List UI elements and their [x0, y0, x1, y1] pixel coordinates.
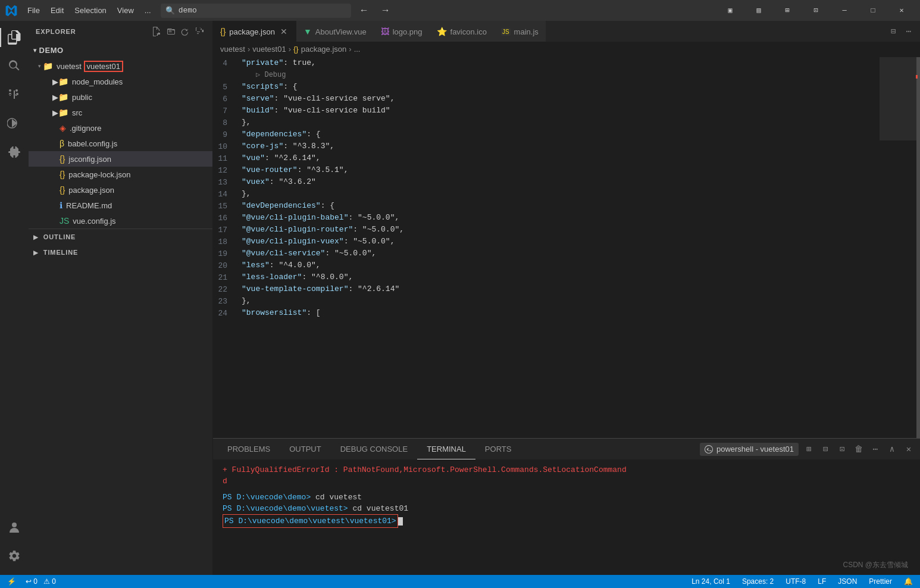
line-number-14: 14 — [213, 188, 232, 200]
breadcrumb-vuetest01[interactable]: vuetest01 — [252, 45, 286, 54]
tree-item-readme[interactable]: ℹ README.md — [29, 198, 212, 213]
collapse-all-button[interactable] — [193, 26, 205, 37]
activity-extensions-icon[interactable] — [0, 137, 29, 166]
breadcrumb-more[interactable]: ... — [354, 45, 361, 54]
more-terminal-actions-icon[interactable]: ⋯ — [869, 443, 882, 456]
tree-item-vue-config[interactable]: JS vue.config.js — [29, 213, 212, 229]
tree-item-public[interactable]: ▶ 📁 public — [29, 89, 212, 105]
terminal-layout-button[interactable]: ⊟ — [819, 443, 832, 456]
code-line-8: }, — [242, 117, 880, 129]
tab-package-json-close-icon[interactable]: ✕ — [278, 26, 289, 37]
panel-tab-ports[interactable]: PORTS — [475, 439, 521, 459]
code-line-15: "devDependencies": { — [242, 200, 880, 212]
panel-tab-terminal[interactable]: TERMINAL — [417, 439, 475, 459]
menu-selection[interactable]: Selection — [70, 4, 111, 17]
tree-item-babel-config[interactable]: β babel.config.js — [29, 136, 212, 151]
code-line-22: "vue-template-compiler": "^2.6.14" — [242, 283, 880, 295]
menu-view[interactable]: View — [112, 4, 139, 17]
bottom-sections: ▶ OUTLINE ▶ TIMELINE — [29, 229, 212, 260]
folder-icon: 📁 — [58, 77, 68, 86]
panel-tab-output[interactable]: OUTPUT — [280, 439, 330, 459]
breadcrumb-filename[interactable]: package.json — [301, 45, 347, 54]
tree-item-gitignore[interactable]: ◈ .gitignore — [29, 120, 212, 136]
tab-logo-png[interactable]: 🖼 logo.png — [374, 21, 430, 42]
terminal-content[interactable]: + FullyQualifiedErrorId : PathNotFound,M… — [213, 459, 920, 575]
breadcrumb-vuetest[interactable]: vuetest — [220, 45, 245, 54]
tree-item-gitignore-label: .gitignore — [70, 124, 101, 133]
menu-more[interactable]: ... — [140, 4, 156, 17]
activity-source-control-icon[interactable] — [0, 80, 29, 109]
watermark: CSDN @东去雪倾城 — [843, 560, 908, 570]
tab-favicon-ico[interactable]: ⭐ favicon.ico — [430, 21, 494, 42]
split-terminal-button[interactable]: ⊞ — [802, 443, 815, 456]
timeline-header[interactable]: ▶ TIMELINE — [29, 245, 212, 260]
split-editor-icon[interactable]: ⊟ — [887, 25, 900, 38]
terminal-cursor — [398, 517, 403, 526]
tree-item-package-lock[interactable]: {} package-lock.json — [29, 167, 212, 182]
menu-file[interactable]: File — [23, 4, 45, 17]
outline-header[interactable]: ▶ OUTLINE — [29, 229, 212, 245]
minimize-button[interactable]: ─ — [831, 0, 858, 21]
tab-package-json[interactable]: {} package.json ✕ — [213, 21, 296, 42]
editor-content[interactable]: 456789101112131415161718192021222324 "pr… — [213, 57, 920, 438]
tab-about-view[interactable]: ▼ AboutView.vue — [296, 21, 374, 42]
git-file-icon: ◈ — [60, 123, 66, 133]
terminal-split-right-icon[interactable]: ⊡ — [835, 443, 849, 456]
new-file-button[interactable] — [151, 26, 162, 37]
more-actions-icon[interactable]: ⋯ — [902, 25, 915, 38]
line-number-8: 8 — [213, 117, 232, 129]
tree-item-node-modules[interactable]: ▶ 📁 node_modules — [29, 74, 212, 89]
maximize-button[interactable]: □ — [859, 0, 887, 21]
nav-back-button[interactable]: ← — [356, 4, 373, 17]
menu-edit[interactable]: Edit — [46, 4, 68, 17]
tab-main-js[interactable]: JS main.js — [494, 21, 546, 42]
terminal-maximize-icon[interactable]: ∧ — [885, 443, 899, 456]
tree-item-package-json[interactable]: {} package.json — [29, 182, 212, 198]
status-notification-icon[interactable]: 🔔 — [902, 577, 915, 586]
minimap-slider[interactable] — [916, 57, 920, 438]
sidebar-toggle-button[interactable]: ▣ — [716, 0, 744, 21]
status-encoding[interactable]: UTF-8 — [783, 577, 808, 586]
search-bar[interactable]: 🔍 — [161, 4, 351, 18]
tab-vue-icon: ▼ — [303, 27, 312, 36]
activity-run-icon[interactable] — [0, 109, 29, 137]
tree-item-jsconfig[interactable]: {} jsconfig.json — [29, 151, 212, 167]
layout-button[interactable]: ⊞ — [774, 0, 801, 21]
customize-layout-button[interactable]: ⊡ — [802, 0, 830, 21]
line-number-21: 21 — [213, 271, 232, 283]
panel-toggle-button[interactable]: ▤ — [745, 0, 772, 21]
kill-terminal-button[interactable]: 🗑 — [852, 443, 865, 456]
tree-item-vuetest[interactable]: ▾ 📁 vuetest vuetest01 — [29, 58, 212, 74]
status-spaces[interactable]: Spaces: 2 — [740, 577, 776, 586]
status-errors-warnings[interactable]: ↩ 0 ⚠ 0 — [23, 577, 58, 586]
panel-tab-problems[interactable]: PROBLEMS — [218, 439, 280, 459]
activity-settings-icon[interactable] — [0, 542, 29, 570]
panel-tab-debug-console[interactable]: DEBUG CONSOLE — [331, 439, 417, 459]
close-button[interactable]: ✕ — [888, 0, 915, 21]
code-line-5: "scripts": { — [242, 81, 880, 93]
status-language[interactable]: JSON — [835, 577, 859, 586]
status-bar-left: ⚡ ↩ 0 ⚠ 0 — [5, 577, 58, 586]
terminal-label[interactable]: powershell - vuetest01 — [700, 443, 799, 456]
activity-explorer-icon[interactable] — [0, 23, 29, 52]
line-number-23: 23 — [213, 295, 232, 307]
status-formatter[interactable]: Prettier — [866, 577, 894, 586]
terminal-active-line[interactable]: PS D:\vuecode\demo\vuetest\vuetest01> — [223, 514, 910, 528]
new-folder-button[interactable] — [165, 26, 177, 37]
status-eol[interactable]: LF — [815, 577, 828, 586]
nav-forward-button[interactable]: → — [377, 4, 394, 17]
activity-search-icon[interactable] — [0, 52, 29, 80]
close-panel-icon[interactable]: ✕ — [902, 443, 915, 456]
status-ln-col[interactable]: Ln 24, Col 1 — [689, 577, 733, 586]
code-area[interactable]: "private": true,▷ Debug"scripts": { "ser… — [237, 57, 880, 438]
tree-root-demo[interactable]: ▾ DEMO — [29, 42, 212, 58]
tree-item-src[interactable]: ▶ 📁 src — [29, 105, 212, 120]
line-number-5: 5 — [213, 81, 232, 93]
status-branch-icon[interactable]: ⚡ — [5, 577, 18, 586]
search-input[interactable] — [179, 6, 346, 15]
activity-accounts-icon[interactable] — [0, 513, 29, 542]
refresh-button[interactable] — [179, 26, 191, 37]
vscode-logo-icon — [5, 4, 18, 17]
folder-icon: 📁 — [58, 108, 68, 117]
timeline-chevron-icon: ▶ — [33, 249, 39, 256]
